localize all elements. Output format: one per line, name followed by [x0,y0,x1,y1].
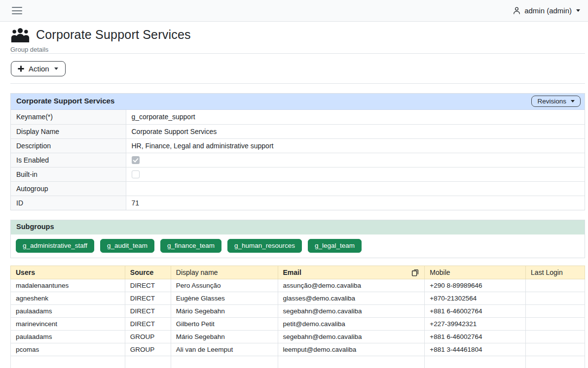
cell-source: DIRECT [125,292,171,305]
table-row: Keyname(*) g_corporate_support [11,110,585,124]
divider [10,83,585,84]
field-value-is-enabled [126,153,585,167]
cell-username: madalenaantunes [11,279,125,292]
table-row[interactable]: pcomas GROUP Ali van de Leemput leemput@… [11,343,585,356]
hamburger-menu-icon[interactable] [12,7,22,14]
cell-source: DIRECT [125,318,171,331]
cell-username: marinevincent [11,318,125,331]
table-row: Description HR, Finance, Legal and admin… [11,138,585,153]
cell-last-login [526,318,585,331]
cell-last-login [526,292,585,305]
page-header: Corporate Support Services Group details [10,22,585,53]
field-value-built-in [126,167,585,181]
group-panel-header: Corporate Support Services Revisions [11,94,585,110]
cell-email: assunção@demo.cavaliba [278,279,425,292]
group-details-panel: Corporate Support Services Revisions Key… [10,93,585,210]
cell-display-name: Eugène Glasses [171,292,278,305]
field-label-description: Description [11,138,126,153]
user-menu[interactable]: admin (admin) [513,6,580,15]
field-label-display-name: Display Name [11,124,126,138]
cell-mobile: +881 3-44461804 [425,343,526,356]
cell-last-login [526,343,585,356]
table-row: Is Enabled [11,153,585,167]
table-row[interactable]: paulaadams GROUP Mário Segebahn segebahn… [11,331,585,343]
subgroup-button[interactable]: g_human_resources [227,239,302,253]
cell-email: segebahn@demo.cavaliba [278,305,425,318]
cell-username: pcomas [11,343,125,356]
group-details-table: Keyname(*) g_corporate_support Display N… [11,110,585,210]
subgroup-button[interactable]: g_finance_team [160,239,221,253]
action-toolbar: Action [10,54,585,83]
table-row: Autogroup [11,181,585,196]
cell-email: glasses@demo.cavaliba [278,292,425,305]
cell-mobile: +870-21302564 [425,292,526,305]
person-icon [513,6,521,15]
cell-source: GROUP [125,343,171,356]
plus-icon [17,65,25,72]
field-label-autogroup: Autogroup [11,181,126,196]
cell-username: agneshenk [11,292,125,305]
field-label-is-enabled: Is Enabled [11,153,126,167]
table-row: ID 71 [11,196,585,210]
column-header-email-label: Email [283,268,301,276]
cell-mobile: +881 6-46002764 [425,331,526,343]
users-table: Users Source Display name Email Mo [10,266,585,368]
subgroup-button[interactable]: g_legal_team [308,239,362,253]
group-panel-title: Corporate Support Services [16,97,114,105]
built-in-checkbox [132,170,140,178]
cell-display-name: Ali van de Leemput [171,343,278,356]
user-menu-label: admin (admin) [524,6,572,15]
cell-mobile: +290 8-89989646 [425,279,526,292]
table-row: Built-in [11,167,585,181]
field-value-id: 71 [126,196,585,210]
action-button[interactable]: Action [11,61,66,76]
is-enabled-checkbox [132,156,140,164]
cell-username: paulaadams [11,331,125,343]
cell-mobile: +227-39942321 [425,318,526,331]
subgroups-panel-header: Subgroups [11,220,585,234]
topbar: admin (admin) [0,0,588,22]
subgroups-list: g_administrative_staff g_audit_team g_fi… [11,234,585,258]
table-row[interactable]: agneshenk DIRECT Eugène Glasses glasses@… [11,292,585,305]
column-header-display-name: Display name [171,266,278,279]
page-title: Corporate Support Services [36,28,191,42]
cell-email: petit@demo.cavaliba [278,318,425,331]
action-button-label: Action [29,65,49,73]
main-content: Corporate Support Services Group details… [0,22,588,368]
cell-display-name: Mário Segebahn [171,331,278,343]
cell-last-login [526,279,585,292]
table-row[interactable]: madalenaantunes DIRECT Pero Assunção ass… [11,279,585,292]
cell-display-name: Pero Assunção [171,279,278,292]
users-table-header-row: Users Source Display name Email Mo [11,266,585,279]
cell-mobile: +881 6-46002764 [425,305,526,318]
revisions-button[interactable]: Revisions [531,96,581,107]
column-header-users: Users [11,266,125,279]
field-label-id: ID [11,196,126,210]
chevron-down-icon [54,67,58,70]
users-table-body: madalenaantunes DIRECT Pero Assunção ass… [11,279,585,368]
column-header-mobile: Mobile [425,266,526,279]
column-header-email: Email [278,266,425,279]
field-value-autogroup [126,181,585,196]
table-row: Display Name Corporate Support Services [11,124,585,138]
cell-last-login [526,305,585,318]
cell-source: DIRECT [125,279,171,292]
cell-display-name: Mário Segebahn [171,305,278,318]
field-value-display-name: Corporate Support Services [126,124,585,138]
copy-icon[interactable] [411,268,419,277]
cell-display-name: Gilberto Petit [171,318,278,331]
chevron-down-icon [571,100,575,102]
page-subtitle: Group details [10,46,585,53]
subgroup-button[interactable]: g_administrative_staff [16,239,94,253]
column-header-last-login: Last Login [526,266,585,279]
cell-source: GROUP [125,331,171,343]
table-row[interactable]: paulaadams DIRECT Mário Segebahn segebah… [11,305,585,318]
table-row[interactable] [11,356,585,368]
subgroup-button[interactable]: g_audit_team [100,239,154,253]
chevron-down-icon [576,9,580,12]
field-label-keyname: Keyname(*) [11,110,126,124]
table-row[interactable]: marinevincent DIRECT Gilberto Petit peti… [11,318,585,331]
cell-email: segebahn@demo.cavaliba [278,331,425,343]
cell-source: DIRECT [125,305,171,318]
column-header-source: Source [125,266,171,279]
